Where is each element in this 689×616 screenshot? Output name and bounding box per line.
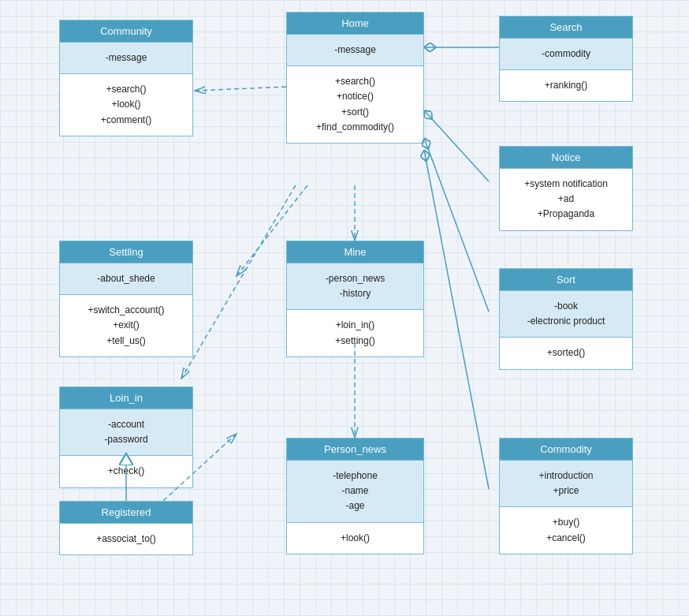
mine-box: Mine -person_news-history +loin_in()+set…	[286, 241, 424, 357]
community-box: Community -message +search()+look()+comm…	[59, 20, 193, 136]
search-section2: +ranking()	[500, 69, 632, 101]
person-news-section1: -telephone-name-age	[287, 460, 423, 522]
loin-in-section2: +check()	[60, 455, 192, 487]
commodity-section2: +buy()+cancel()	[500, 506, 632, 553]
person-news-section2: +look()	[287, 522, 423, 554]
notice-section1: +system notification+ad+Propaganda	[500, 168, 632, 230]
settling-section2: +switch_account()+exit()+tell_us()	[60, 294, 192, 357]
notice-header: Notice	[500, 147, 632, 168]
sort-header: Sort	[500, 269, 632, 290]
community-section1: -message	[60, 42, 192, 73]
search-box: Search -commodity +ranking()	[499, 16, 633, 102]
community-section2: +search()+look()+comment()	[60, 73, 192, 136]
person-news-box: Person_news -telephone-name-age +look()	[286, 438, 424, 554]
arrow-home-loinin	[181, 185, 296, 379]
registered-header: Registered	[60, 502, 192, 523]
loin-in-header: Loin_in	[60, 387, 192, 409]
search-section1: -commodity	[500, 38, 632, 69]
loin-in-section1: -account-password	[60, 409, 192, 455]
home-section1: -message	[287, 34, 423, 65]
community-header: Community	[60, 21, 192, 42]
registered-section1: +associat_to()	[60, 523, 192, 554]
registered-box: Registered +associat_to()	[59, 501, 193, 555]
sort-section2: +sorted()	[500, 337, 632, 368]
arrow-home-notice	[424, 110, 489, 181]
arrow-home-community	[195, 87, 286, 91]
sort-box: Sort -book-electronic product +sorted()	[499, 268, 633, 370]
loin-in-box: Loin_in -account-password +check()	[59, 386, 193, 488]
person-news-header: Person_news	[287, 439, 423, 460]
mine-header: Mine	[287, 241, 423, 263]
commodity-section1: +introduction+price	[500, 460, 632, 506]
mine-section2: +loin_in()+setting()	[287, 309, 423, 356]
settling-header: Settling	[60, 241, 192, 263]
notice-box: Notice +system notification+ad+Propagand…	[499, 146, 633, 231]
search-header: Search	[500, 17, 632, 38]
commodity-header: Commodity	[500, 439, 632, 460]
mine-section1: -person_news-history	[287, 263, 423, 309]
settling-section1: -about_shede	[60, 263, 192, 294]
home-header: Home	[287, 13, 423, 34]
sort-section1: -book-electronic product	[500, 290, 632, 337]
arrow-home-sort	[424, 138, 489, 312]
arrow-home-commodity	[424, 150, 489, 489]
commodity-box: Commodity +introduction+price +buy()+can…	[499, 438, 633, 554]
settling-box: Settling -about_shede +switch_account()+…	[59, 241, 193, 357]
home-box: Home -message +search()+notice()+sort()+…	[286, 12, 424, 144]
home-section2: +search()+notice()+sort()+find_commodity…	[287, 65, 423, 143]
